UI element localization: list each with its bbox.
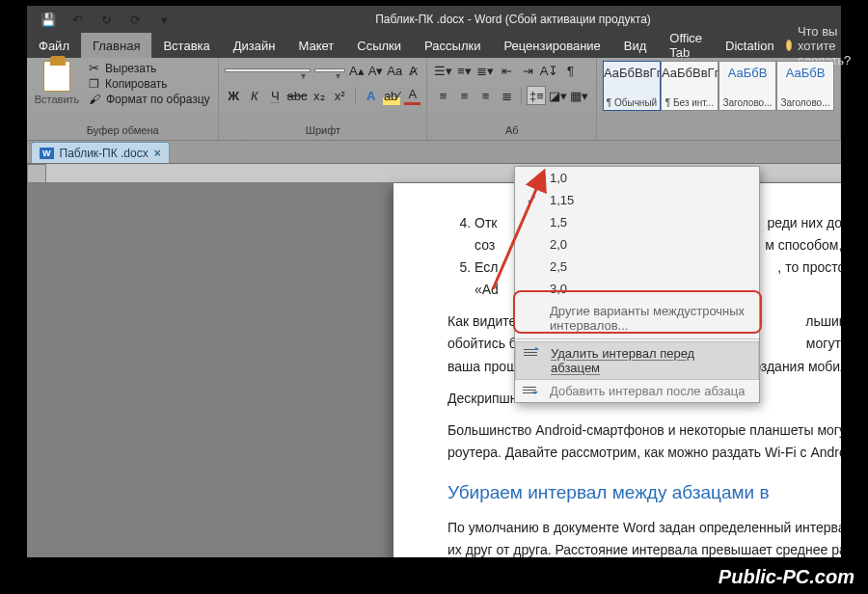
style-preview: АаБбВвГг, — [604, 66, 660, 80]
font-color-button[interactable]: A — [404, 86, 421, 105]
shrink-font-icon[interactable]: A▾ — [368, 61, 384, 80]
group-paragraph: ☰▾ ≡▾ ≣▾ ⇤ ⇥ A↧ ¶ ≡ ≡ ≡ ≣ ‡≡ ◪▾ ▦▾ Аб — [427, 58, 597, 140]
separator — [515, 338, 759, 339]
copy-icon — [89, 77, 99, 91]
style-preview: АаБбВвГг, — [662, 66, 718, 80]
increase-indent-icon[interactable]: ⇥ — [518, 61, 537, 80]
style-label: ¶ Без инт... — [662, 97, 718, 108]
undo-icon[interactable]: ↶ — [68, 10, 87, 29]
align-right-icon[interactable]: ≡ — [475, 86, 495, 105]
underline-button[interactable]: Ч — [267, 86, 285, 105]
subscript-button[interactable]: x₂ — [311, 86, 328, 105]
word-window: 💾 ↶ ↻ ⟳ ▾ Паблик-ПК .docx - Word (Сбой а… — [27, 6, 841, 557]
spacing-option-1.5[interactable]: 1,5 — [515, 211, 759, 233]
style-heading1[interactable]: АаБбВЗаголово... — [719, 61, 776, 111]
tab-office-tab[interactable]: Office Tab — [658, 33, 714, 58]
grow-font-icon[interactable]: A▴ — [349, 61, 365, 80]
clipboard-icon — [43, 61, 70, 92]
paste-label: Вставить — [35, 94, 80, 105]
font-size-select[interactable] — [314, 68, 345, 72]
tab-design[interactable]: Дизайн — [222, 33, 287, 58]
add-space-after-label: Добавить интервал после абзаца — [550, 384, 745, 398]
format-painter-label: Формат по образцу — [106, 93, 210, 106]
pilcrow-icon[interactable]: ¶ — [560, 61, 580, 80]
numbering-icon[interactable]: ≡▾ — [454, 61, 474, 80]
tab-dictation[interactable]: Dictation — [714, 33, 786, 58]
bold-button[interactable]: Ж — [225, 86, 242, 105]
ribbon: Вставить Вырезать Копировать Формат по о… — [27, 58, 841, 141]
redo-icon[interactable]: ↻ — [96, 10, 116, 29]
paragraph: По умолчанию в документе Word задан опре… — [448, 517, 841, 557]
ribbon-tabs: Файл Главная Вставка Дизайн Макет Ссылки… — [27, 33, 841, 58]
strike-button[interactable]: abc — [287, 86, 307, 105]
bullets-icon[interactable]: ☰▾ — [433, 61, 452, 80]
shading-icon[interactable]: ◪▾ — [548, 86, 567, 105]
style-preview: АаБбВ — [777, 66, 833, 80]
divider — [521, 87, 522, 104]
tab-references[interactable]: Ссылки — [345, 33, 413, 58]
cut-button[interactable]: Вырезать — [87, 61, 212, 75]
close-icon[interactable]: × — [154, 147, 161, 160]
align-center-icon[interactable]: ≡ — [454, 86, 474, 105]
decrease-indent-icon[interactable]: ⇤ — [497, 61, 516, 80]
clipboard-group-label: Буфер обмена — [33, 124, 212, 138]
divider — [355, 87, 356, 104]
highlight-button[interactable]: ab⁄ — [383, 86, 400, 105]
paragraph-group-label: Аб — [433, 124, 590, 138]
style-label: Заголово... — [719, 97, 775, 108]
copy-button[interactable]: Копировать — [87, 77, 212, 91]
group-styles: АаБбВвГг,¶ Обычный АаБбВвГг,¶ Без инт...… — [597, 58, 841, 140]
spacing-option-2.5[interactable]: 2,5 — [515, 256, 759, 278]
spacing-option-1.15[interactable]: 1,15 — [515, 189, 759, 211]
font-family-select[interactable] — [225, 68, 310, 72]
scissors-icon — [89, 61, 99, 75]
word-file-icon: W — [40, 148, 54, 159]
tab-layout[interactable]: Макет — [286, 33, 345, 58]
copy-label: Копировать — [105, 77, 168, 91]
borders-icon[interactable]: ▦▾ — [569, 86, 588, 105]
paste-button[interactable]: Вставить — [33, 61, 81, 106]
style-heading2[interactable]: АаБбВЗаголово... — [776, 61, 834, 111]
italic-button[interactable]: К — [246, 86, 263, 105]
window-title: Паблик-ПК .docx - Word (Сбой активации п… — [185, 13, 841, 26]
font-group-label: Шрифт — [225, 124, 420, 138]
spacing-option-1.0[interactable]: 1,0 — [515, 167, 759, 189]
paragraph: Большинство Android-смартфонов и некотор… — [448, 419, 841, 464]
style-label: ¶ Обычный — [604, 97, 660, 108]
refresh-icon[interactable]: ⟳ — [125, 10, 145, 29]
document-tab[interactable]: W Паблик-ПК .docx × — [31, 142, 170, 163]
tab-view[interactable]: Вид — [612, 33, 659, 58]
add-space-after[interactable]: Добавить интервал после абзаца — [515, 380, 759, 402]
line-spacing-button[interactable]: ‡≡ — [527, 86, 546, 105]
group-clipboard: Вставить Вырезать Копировать Формат по о… — [27, 58, 219, 140]
style-normal[interactable]: АаБбВвГг,¶ Обычный — [603, 61, 661, 111]
spacing-option-3.0[interactable]: 3,0 — [515, 278, 759, 300]
group-font: A▴ A▾ Aa A̷ Ж К Ч abc x₂ x² A ab⁄ A Шриф… — [219, 58, 427, 140]
multilevel-icon[interactable]: ≣▾ — [475, 61, 495, 80]
watermark: Public-PC.com — [719, 566, 854, 588]
remove-space-before-label: Удалить интервал перед абзацем — [551, 346, 694, 375]
align-left-icon[interactable]: ≡ — [433, 86, 452, 105]
spacing-more-options[interactable]: Другие варианты междустрочных интервалов… — [515, 300, 759, 337]
save-icon[interactable]: 💾 — [39, 10, 58, 29]
style-nospacing[interactable]: АаБбВвГг,¶ Без инт... — [661, 61, 719, 111]
spacing-after-icon — [523, 384, 536, 397]
justify-icon[interactable]: ≣ — [497, 86, 516, 105]
tell-me[interactable]: Что вы хотите сделать? — [786, 33, 864, 58]
tab-mailings[interactable]: Рассылки — [413, 33, 492, 58]
tab-insert[interactable]: Вставка — [151, 33, 221, 58]
format-painter-button[interactable]: Формат по образцу — [87, 93, 212, 106]
remove-space-before[interactable]: Удалить интервал перед абзацем — [515, 341, 759, 380]
tab-home[interactable]: Главная — [81, 33, 151, 58]
text-effects-icon[interactable]: A — [363, 86, 380, 105]
tab-review[interactable]: Рецензирование — [492, 33, 611, 58]
superscript-button[interactable]: x² — [332, 86, 349, 105]
qat-more-icon[interactable]: ▾ — [154, 10, 174, 29]
change-case-icon[interactable]: Aa — [387, 61, 402, 80]
clear-format-icon[interactable]: A̷ — [406, 61, 420, 80]
spacing-option-2.0[interactable]: 2,0 — [515, 233, 759, 256]
lightbulb-icon — [786, 40, 792, 51]
sort-icon[interactable]: A↧ — [539, 61, 558, 80]
line-spacing-dropdown: 1,0 1,15 1,5 2,0 2,5 3,0 Другие варианты… — [514, 166, 760, 403]
tab-file[interactable]: Файл — [27, 33, 81, 58]
